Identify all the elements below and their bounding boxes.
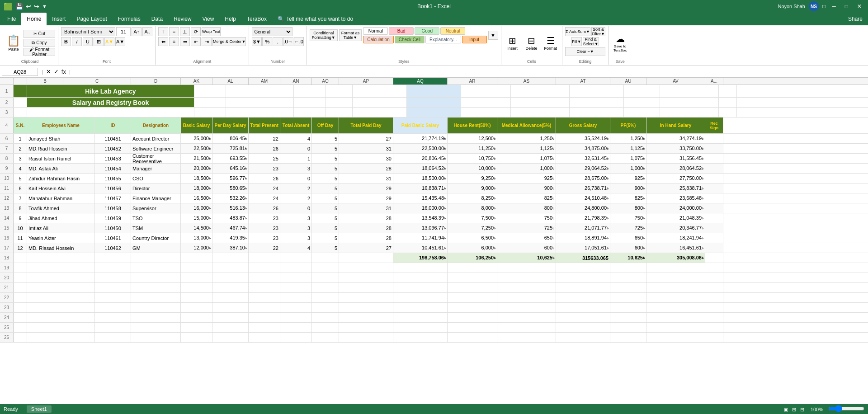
comma-button[interactable]: ,	[273, 37, 283, 46]
cell-perday-8[interactable]: 693.55৳	[212, 154, 249, 163]
cell-designation-11[interactable]: Director	[131, 183, 181, 193]
style-check-cell[interactable]: Check Cell	[395, 36, 425, 43]
style-good[interactable]: Good	[415, 27, 439, 35]
cell-id-9[interactable]: 110454	[95, 164, 131, 173]
cell-gross-15[interactable]: 21,071.77৳	[556, 223, 610, 233]
cell-name-16[interactable]: Yeasin Akter	[27, 233, 95, 243]
cell-medical-7[interactable]: 1,125৳	[497, 144, 556, 153]
cell-aw1[interactable]	[719, 85, 737, 97]
cell-gross-14[interactable]: 21,798.39৳	[556, 213, 610, 223]
increase-indent-button[interactable]: ⇥	[202, 37, 212, 46]
italic-button[interactable]: I	[72, 37, 82, 46]
cell-offday-6[interactable]: 5	[312, 134, 339, 143]
cell-basic-7[interactable]: 22,500৳	[181, 144, 212, 153]
autosum-button[interactable]: Σ AutoSum▼	[565, 27, 590, 36]
format-button[interactable]: ☰ Format	[542, 29, 560, 56]
cell-inhand-7[interactable]: 33,750.00৳	[646, 144, 705, 153]
cell-pf-10[interactable]: 925৳	[610, 174, 646, 183]
cell-present-7[interactable]: 26	[249, 144, 280, 153]
paste-button[interactable]: 📋 Paste	[5, 29, 23, 56]
cell-totalpaidday-9[interactable]: 28	[339, 164, 393, 173]
cell-absent-14[interactable]: 3	[280, 213, 312, 223]
cell-name-12[interactable]: Mahatabur Rahman	[27, 193, 95, 203]
cell-perday-11[interactable]: 580.65৳	[212, 183, 249, 193]
header-pf[interactable]: PF(5%)	[610, 118, 646, 133]
cell-perday-13[interactable]: 516.13৳	[212, 203, 249, 213]
number-format-select[interactable]: General	[252, 27, 292, 36]
cell-basic-16[interactable]: 13,000৳	[181, 233, 212, 243]
cell-offday-10[interactable]: 5	[312, 174, 339, 183]
cell-pf-9[interactable]: 1,000৳	[610, 164, 646, 173]
cell-name-14[interactable]: Jihad Ahmed	[27, 213, 95, 223]
cell-id-8[interactable]: 110453	[95, 154, 131, 163]
cell-offday-15[interactable]: 5	[312, 223, 339, 233]
decrease-font-button[interactable]: A↓	[142, 27, 152, 36]
cell-present-6[interactable]: 22	[249, 134, 280, 143]
cell-inhand-13[interactable]: 24,000.00৳	[646, 203, 705, 213]
cell-offday-17[interactable]: 5	[312, 243, 339, 253]
tab-tell-me[interactable]: 🔍 Tell me what you want to do	[272, 13, 359, 25]
currency-button[interactable]: $▼	[252, 37, 262, 46]
cell-offday-11[interactable]: 5	[312, 183, 339, 193]
cell-basic-14[interactable]: 15,000৳	[181, 213, 212, 223]
cell-perday-14[interactable]: 483.87৳	[212, 213, 249, 223]
total-paid-basic-salary[interactable]: 198,758.06৳	[393, 253, 448, 263]
cell-perday-16[interactable]: 419.35৳	[212, 233, 249, 243]
cell-au1[interactable]	[624, 85, 660, 97]
col-header-ao[interactable]: AO	[312, 78, 339, 85]
cell-medical-12[interactable]: 825৳	[497, 193, 556, 203]
cell-totalpaidday-8[interactable]: 30	[339, 154, 393, 163]
view-normal-icon[interactable]: ▣	[783, 407, 788, 412]
cell-pf-6[interactable]: 1,250৳	[610, 134, 646, 143]
total-in-hand-salary[interactable]: 305,008.06৳	[646, 253, 705, 263]
cell-ap1[interactable]	[353, 85, 407, 97]
cell-basic-17[interactable]: 12,000৳	[181, 243, 212, 253]
cell-inhand-15[interactable]: 20,346.77৳	[646, 223, 705, 233]
cell-basic-15[interactable]: 14,500৳	[181, 223, 212, 233]
cell-houserent-15[interactable]: 7,250৳	[448, 223, 497, 233]
cell-gross-9[interactable]: 29,064.52৳	[556, 164, 610, 173]
cell-houserent-13[interactable]: 8,000৳	[448, 203, 497, 213]
cell-id-17[interactable]: 110462	[95, 243, 131, 253]
view-page-layout-icon[interactable]: ⊞	[792, 407, 796, 412]
cell-recsign-16[interactable]	[705, 233, 723, 243]
style-normal[interactable]: Normal	[363, 27, 388, 35]
cell-paidbasic-11[interactable]: 16,838.71৳	[393, 183, 448, 193]
cell-al1[interactable]	[226, 85, 262, 97]
cell-houserent-17[interactable]: 6,000৳	[448, 243, 497, 253]
cell-perday-10[interactable]: 596.77৳	[212, 174, 249, 183]
cell-inhand-10[interactable]: 27,750.00৳	[646, 174, 705, 183]
cell-designation-7[interactable]: Software Engineer	[131, 144, 181, 153]
tab-data[interactable]: Data	[146, 13, 168, 25]
percent-button[interactable]: %	[262, 37, 272, 46]
cell-designation-15[interactable]: TSM	[131, 223, 181, 233]
cell-houserent-9[interactable]: 10,000৳	[448, 164, 497, 173]
total-house-rent[interactable]: 106,250৳	[448, 253, 497, 263]
cell-pf-15[interactable]: 725৳	[610, 223, 646, 233]
maximize-button[interactable]: □	[842, 3, 851, 9]
cell-inhand-8[interactable]: 31,556.45৳	[646, 154, 705, 163]
cell-perday-6[interactable]: 806.45৳	[212, 134, 249, 143]
cell-paidbasic-14[interactable]: 13,548.39৳	[393, 213, 448, 223]
cell-totalpaidday-6[interactable]: 27	[339, 134, 393, 143]
cell-sn-11[interactable]: 6	[14, 183, 27, 193]
cell-present-13[interactable]: 26	[249, 203, 280, 213]
cell-recsign-7[interactable]	[705, 144, 723, 153]
cell-absent-10[interactable]: 0	[280, 174, 312, 183]
delete-button[interactable]: ⊟ Delete	[523, 29, 540, 56]
cell-recsign-14[interactable]	[705, 213, 723, 223]
cell-present-16[interactable]: 23	[249, 233, 280, 243]
cell-perday-7[interactable]: 725.81৳	[212, 144, 249, 153]
share-button[interactable]: Share	[843, 13, 868, 25]
header-house-rent[interactable]: House Rent(50%)	[448, 118, 497, 133]
header-total-absent[interactable]: Total Absent	[280, 118, 312, 133]
cancel-formula-icon[interactable]: ✕	[46, 68, 51, 75]
cell-gross-12[interactable]: 24,510.48৳	[556, 193, 610, 203]
border-button[interactable]: ⊞	[94, 37, 104, 46]
cell-aq1[interactable]	[407, 85, 461, 97]
tab-page-layout[interactable]: Page Layout	[71, 13, 112, 25]
cell-inhand-11[interactable]: 25,838.71৳	[646, 183, 705, 193]
save-to-terabox-button[interactable]: ☁ Save toTeraBox	[611, 29, 629, 56]
col-header-c[interactable]: C	[63, 78, 131, 85]
cell-sn-7[interactable]: 2	[14, 144, 27, 153]
